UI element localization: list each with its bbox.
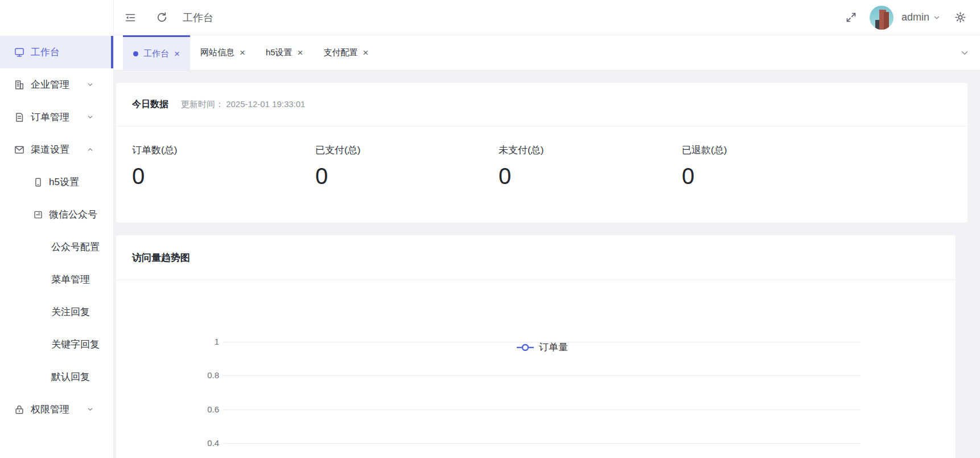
- stat-label: 订单数(总): [132, 144, 315, 157]
- sidebar-item-h5-settings[interactable]: h5设置: [0, 166, 113, 198]
- username-label: admin: [901, 11, 929, 23]
- stat-value: 0: [315, 163, 499, 189]
- sidebar-item-label: 菜单管理: [51, 273, 90, 286]
- monitor-icon: [14, 47, 25, 58]
- tab-label: 工作台: [143, 48, 169, 59]
- sidebar-item-keyword-reply[interactable]: 关键字回复: [0, 328, 113, 361]
- avatar-building-shape: [884, 12, 889, 30]
- navbar: 工作台 admin: [114, 0, 980, 35]
- breadcrumb: 工作台: [183, 11, 213, 24]
- sidebar-item-enterprise-mgmt[interactable]: 企业管理: [0, 68, 113, 101]
- tab-h5-settings[interactable]: h5设置×: [256, 35, 314, 70]
- chart-card-title: 访问量趋势图: [132, 251, 190, 264]
- sidebar-item-channel-settings[interactable]: 渠道设置: [0, 133, 113, 166]
- sidebar-item-label: 关键字回复: [51, 338, 100, 351]
- sidebar-item-default-reply[interactable]: 默认回复: [0, 361, 113, 393]
- sidebar-menu: 工作台企业管理订单管理渠道设置h5设置微信公众号公众号配置菜单管理关注回复关键字…: [0, 36, 113, 426]
- tags-view-bar: 工作台×网站信息×h5设置×支付配置×: [114, 35, 980, 71]
- y-axis-tick-label: 0.8: [116, 371, 219, 379]
- fullscreen-icon: [845, 11, 857, 23]
- y-axis-tick-label: 0.4: [116, 439, 219, 447]
- stat-label: 已支付(总): [315, 144, 499, 157]
- stat-item: 未支付(总)0: [499, 144, 682, 189]
- refresh-icon: [156, 11, 168, 23]
- sidebar: 工作台企业管理订单管理渠道设置h5设置微信公众号公众号配置菜单管理关注回复关键字…: [0, 0, 114, 458]
- tab-label: 支付配置: [324, 47, 358, 58]
- user-menu[interactable]: admin: [901, 11, 941, 23]
- stat-item: 已退款(总)0: [682, 144, 865, 189]
- sidebar-item-label: 工作台: [31, 46, 60, 59]
- fold-icon: [124, 11, 137, 24]
- tab-workbench[interactable]: 工作台×: [123, 35, 190, 70]
- grid-line: [224, 443, 860, 444]
- stat-item: 订单数(总)0: [132, 144, 315, 189]
- grid-line: [224, 342, 860, 342]
- sidebar-item-label: 渠道设置: [31, 143, 69, 156]
- lock-icon: [14, 404, 25, 415]
- sidebar-item-follow-reply[interactable]: 关注回复: [0, 296, 113, 328]
- tab-payment-config[interactable]: 支付配置×: [314, 35, 379, 70]
- chevron-down-icon: [87, 113, 94, 121]
- building-icon: [14, 79, 25, 91]
- avatar[interactable]: [870, 6, 893, 30]
- refresh-button[interactable]: [156, 11, 168, 23]
- tab-close-icon[interactable]: ×: [363, 48, 369, 58]
- tab-close-icon[interactable]: ×: [298, 48, 303, 58]
- active-tab-dot: [133, 51, 138, 56]
- chevron-up-icon: [87, 146, 94, 153]
- tab-close-icon[interactable]: ×: [240, 48, 245, 58]
- update-time: 更新时间： 2025-12-01 19:33:01: [181, 99, 305, 110]
- line-chart: 订单量 10.80.60.4: [116, 280, 956, 458]
- sidebar-item-official-config[interactable]: 公众号配置: [0, 231, 113, 263]
- settings-button[interactable]: [954, 11, 966, 23]
- grid-line: [224, 410, 860, 410]
- sidebar-item-label: 订单管理: [31, 111, 69, 124]
- stat-label: 已退款(总): [682, 144, 865, 157]
- sidebar-item-workbench[interactable]: 工作台: [0, 36, 113, 68]
- legend-label: 订单量: [539, 341, 568, 354]
- sidebar-item-menu-mgmt[interactable]: 菜单管理: [0, 263, 113, 296]
- stat-value: 0: [132, 163, 315, 189]
- sidebar-item-label: 企业管理: [31, 78, 69, 91]
- today-card-header: 今日数据 更新时间： 2025-12-01 19:33:01: [116, 83, 967, 126]
- sidebar-item-permission-mgmt[interactable]: 权限管理: [0, 393, 113, 426]
- today-data-card: 今日数据 更新时间： 2025-12-01 19:33:01 订单数(总)0已支…: [116, 83, 967, 223]
- y-axis-tick-label: 0.6: [116, 406, 219, 414]
- card-icon: [33, 210, 43, 220]
- grid-line: [224, 375, 860, 376]
- sidebar-item-label: 权限管理: [31, 403, 69, 416]
- navbar-right: admin: [845, 6, 980, 30]
- sidebar-item-label: h5设置: [49, 175, 79, 189]
- document-icon: [14, 112, 25, 123]
- stat-value: 0: [499, 163, 682, 189]
- gear-icon: [954, 11, 966, 23]
- chart-legend[interactable]: 订单量: [224, 341, 860, 354]
- y-axis-tick-label: 1: [116, 338, 219, 346]
- fullscreen-button[interactable]: [845, 11, 857, 23]
- tab-close-icon[interactable]: ×: [174, 49, 180, 59]
- tab-site-info[interactable]: 网站信息×: [190, 35, 256, 70]
- phone-icon: [33, 177, 43, 187]
- sidebar-item-label: 默认回复: [51, 370, 90, 383]
- sidebar-item-wechat-official[interactable]: 微信公众号: [0, 198, 113, 231]
- sidebar-fold-button[interactable]: [120, 11, 141, 24]
- chart-card-header: 访问量趋势图: [116, 235, 956, 280]
- sidebar-item-label: 关注回复: [51, 305, 90, 318]
- today-card-title: 今日数据: [132, 99, 168, 111]
- legend-line-marker-icon: [516, 344, 534, 351]
- envelope-icon: [14, 144, 25, 156]
- chevron-down-icon: [960, 48, 970, 58]
- visit-trend-card: 访问量趋势图 订单量 10.80.60.4: [116, 235, 956, 458]
- tabs-container: 工作台×网站信息×h5设置×支付配置×: [123, 35, 378, 70]
- tabs-dropdown-button[interactable]: [960, 48, 970, 58]
- sidebar-item-order-mgmt[interactable]: 订单管理: [0, 101, 113, 133]
- tab-label: h5设置: [266, 47, 293, 58]
- sidebar-item-label: 微信公众号: [49, 208, 97, 221]
- stat-item: 已支付(总)0: [315, 144, 499, 189]
- update-time-prefix: 更新时间：: [181, 99, 224, 109]
- chevron-down-icon: [87, 81, 94, 88]
- tab-label: 网站信息: [200, 47, 234, 58]
- stat-label: 未支付(总): [499, 144, 682, 157]
- sidebar-item-label: 公众号配置: [51, 240, 100, 253]
- stats-row: 订单数(总)0已支付(总)0未支付(总)0已退款(总)0: [116, 126, 967, 189]
